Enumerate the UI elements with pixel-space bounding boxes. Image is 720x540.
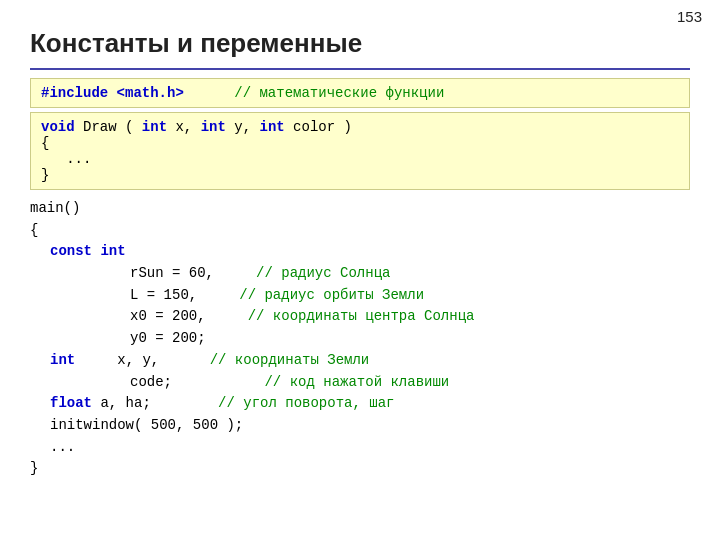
rsun-line: rSun = 60, // радиус Солнца <box>30 263 690 285</box>
const-keyword: const <box>50 241 92 263</box>
int-keyword-x: int <box>142 119 167 135</box>
y0-line: y0 = 200; <box>30 328 690 350</box>
param-x: x, <box>167 119 201 135</box>
int-xy-code: x, y, <box>75 350 209 372</box>
int-xy-line: int x, y, // координаты Земли <box>30 350 690 372</box>
param-y: y, <box>226 119 260 135</box>
float-keyword: float <box>50 393 92 415</box>
include-comment: // математические функции <box>234 85 444 101</box>
rsun-comment: // радиус Солнца <box>256 265 390 281</box>
main-code-block: main() { const int rSun = 60, // радиус … <box>30 196 690 482</box>
l-code: L = 150, <box>130 287 231 303</box>
const-int-line: const int <box>30 241 690 263</box>
main-dots: ... <box>30 437 690 459</box>
function-box: void Draw ( int x, int y, int color ) { … <box>30 112 690 190</box>
param-color: color ) <box>285 119 352 135</box>
code-comment: // код нажатой клавиши <box>264 374 449 390</box>
x0-line: x0 = 200, // координаты центра Солнца <box>30 306 690 328</box>
function-brace-open: { <box>41 135 679 151</box>
page-number: 153 <box>677 8 702 25</box>
int-keyword-color: int <box>259 119 284 135</box>
x0-code: x0 = 200, <box>130 308 239 324</box>
void-keyword: void <box>41 119 75 135</box>
initwindow-code: initwindow( 500, 500 ); <box>50 415 243 437</box>
int-xy-comment: // координаты Земли <box>210 350 370 372</box>
slide-title: Константы и переменные <box>30 28 362 59</box>
function-dots: ... <box>41 151 679 167</box>
initwindow-line: initwindow( 500, 500 ); <box>30 415 690 437</box>
code-line-item: code; // код нажатой клавиши <box>30 372 690 394</box>
main-declaration: main() <box>30 198 690 220</box>
float-line: float a, ha; // угол поворота, шаг <box>30 393 690 415</box>
int-keyword-const: int <box>100 241 125 263</box>
int-keyword-xy: int <box>50 350 75 372</box>
y0-code: y0 = 200; <box>130 330 206 346</box>
main-brace-close: } <box>30 458 690 480</box>
title-underline <box>30 68 690 70</box>
rsun-code: rSun = 60, <box>130 265 248 281</box>
main-brace-open: { <box>30 220 690 242</box>
function-line1: void Draw ( int x, int y, int color ) <box>41 119 679 135</box>
include-keyword: #include <math.h> <box>41 85 184 101</box>
float-comment: // угол поворота, шаг <box>218 393 394 415</box>
int-keyword-y: int <box>201 119 226 135</box>
code-var: code; <box>130 374 256 390</box>
const-space <box>92 241 100 263</box>
float-vars: a, ha; <box>92 393 218 415</box>
function-signature: Draw ( <box>75 119 142 135</box>
l-comment: // радиус орбиты Земли <box>239 287 424 303</box>
x0-comment: // координаты центра Солнца <box>248 308 475 324</box>
include-box: #include <math.h> // математические функ… <box>30 78 690 108</box>
l-line: L = 150, // радиус орбиты Земли <box>30 285 690 307</box>
content-area: #include <math.h> // математические функ… <box>30 78 690 520</box>
include-spacing <box>192 85 226 101</box>
function-brace-close: } <box>41 167 679 183</box>
